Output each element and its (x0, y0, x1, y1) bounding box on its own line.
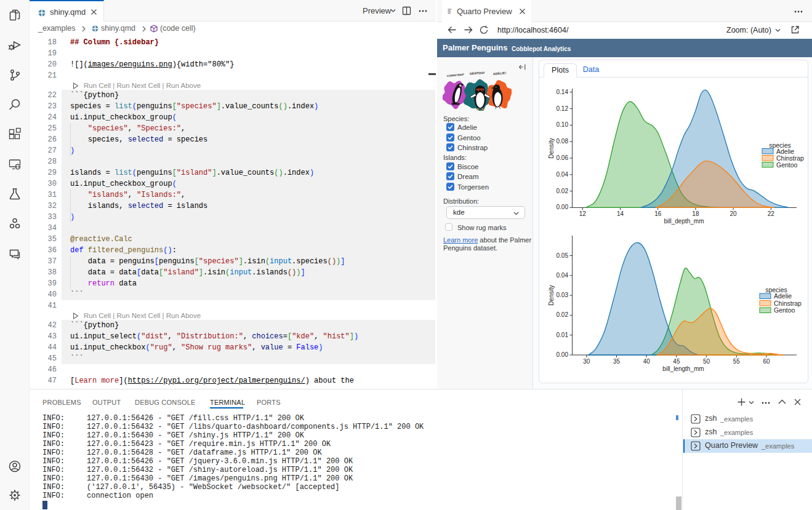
svg-text:50: 50 (703, 358, 710, 365)
svg-text:60: 60 (763, 358, 770, 365)
svg-text:CHINSTRAP: CHINSTRAP (447, 73, 464, 78)
svg-text:Gentoo: Gentoo (774, 306, 795, 314)
svg-text:40: 40 (643, 358, 651, 365)
svg-text:bill_depth_mm: bill_depth_mm (664, 218, 704, 225)
svg-text:35: 35 (613, 358, 621, 365)
svg-text:0.03: 0.03 (557, 292, 569, 298)
svg-text:0.14: 0.14 (557, 89, 569, 95)
svg-text:14: 14 (617, 210, 624, 217)
svg-text:12: 12 (579, 210, 587, 217)
svg-text:Density: Density (548, 285, 555, 305)
svg-text:18: 18 (692, 210, 699, 217)
svg-text:bill_length_mm: bill_length_mm (662, 365, 704, 372)
svg-text:Density: Density (548, 138, 555, 158)
svg-text:16: 16 (654, 210, 662, 217)
svg-text:0.08: 0.08 (557, 138, 569, 145)
svg-text:0.05: 0.05 (557, 252, 569, 259)
svg-text:0.04: 0.04 (557, 171, 569, 178)
svg-text:Adelie: Adelie (774, 292, 792, 300)
svg-text:ADELIE!: ADELIE! (493, 71, 507, 76)
svg-text:20: 20 (730, 210, 738, 217)
svg-text:0.02: 0.02 (557, 311, 569, 318)
svg-text:55: 55 (733, 358, 741, 365)
svg-text:0.01: 0.01 (557, 332, 569, 338)
svg-text:Gentoo: Gentoo (776, 161, 798, 169)
svg-text:0.00: 0.00 (557, 351, 569, 358)
svg-text:GENTOO!: GENTOO! (470, 71, 485, 75)
svg-text:30: 30 (583, 358, 590, 365)
svg-text:22: 22 (768, 210, 775, 217)
svg-text:0.02: 0.02 (557, 188, 569, 194)
svg-text:45: 45 (673, 358, 680, 365)
svg-text:0.06: 0.06 (557, 154, 569, 161)
svg-text:Chinstrap: Chinstrap (774, 300, 802, 307)
svg-text:0.10: 0.10 (557, 121, 569, 128)
svg-text:0.04: 0.04 (557, 272, 569, 279)
svg-text:0.00: 0.00 (557, 204, 569, 210)
svg-text:0.12: 0.12 (557, 105, 569, 112)
